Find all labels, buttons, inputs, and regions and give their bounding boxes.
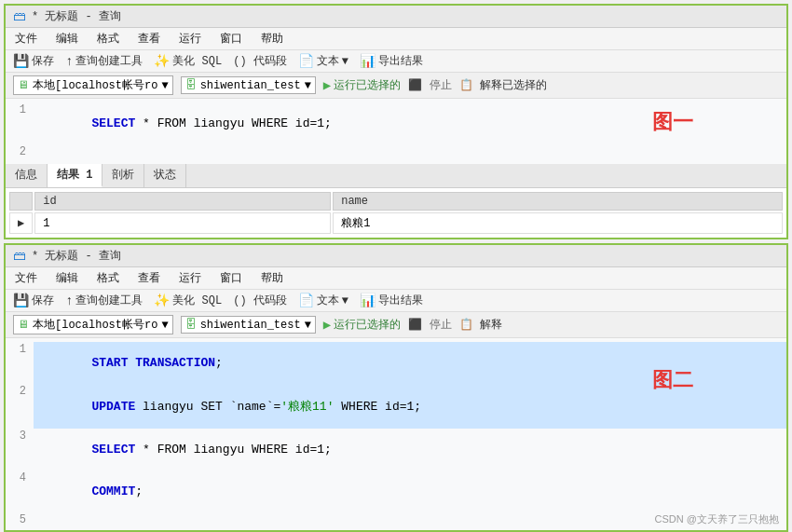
cell-id-1: 1 [34,212,331,234]
export-btn-1[interactable]: 📊 导出结果 [360,53,423,69]
db-icon-1: 🗃 [13,9,26,24]
menu-help-1[interactable]: 帮助 [259,30,285,48]
arrow-col [9,192,33,211]
db-dropdown-1[interactable]: 🗄 shiwentian_test ▼ [181,76,316,94]
code-segment-btn-1[interactable]: () 代码段 [233,53,287,69]
watermark-1: 图一 [652,108,693,136]
menu-bar-1: 文件 编辑 格式 查看 运行 窗口 帮助 [6,28,786,50]
toolbar-1: 💾 保存 ↑ 查询创建工具 ✨ 美化 SQL () 代码段 📄 文本 ▼ 📊 导… [6,50,786,73]
conn-bar-1: 🖥 本地[localhost帐号ro ▼ 🗄 shiwentian_test ▼… [6,73,786,99]
table-row: ▶ 1 粮粮1 [9,212,783,234]
tab-info-1[interactable]: 信息 [6,164,48,187]
stop-icon-2: ⬛ [408,319,422,332]
stop-icon-1: ⬛ [408,79,422,92]
db-icon-conn-1: 🗄 [185,78,197,92]
host-icon-1: 🖥 [18,78,29,92]
beautify-icon-1: ✨ [154,53,170,69]
menu-help-2[interactable]: 帮助 [259,269,285,287]
csdn-credit: CSDN @文天养了三只抱抱 [655,512,779,526]
toolbar-2: 💾 保存 ↑ 查询创建工具 ✨ 美化 SQL () 代码段 📄 文本 ▼ 📊 导… [6,290,786,312]
export-btn-2[interactable]: 📊 导出结果 [360,293,423,308]
menu-window-2[interactable]: 窗口 [218,269,244,287]
title-1: * 无标题 - 查询 [32,8,121,24]
explain-icon-1: 📋 [459,79,473,92]
explain-button-2[interactable]: 📋 解释 [459,317,502,333]
menu-format-1[interactable]: 格式 [95,30,121,48]
menu-window-1[interactable]: 窗口 [218,30,244,48]
stop-button-2[interactable]: ⬛ 停止 [408,317,451,333]
menu-run-1[interactable]: 运行 [177,30,203,48]
menu-bar-2: 文件 编辑 格式 查看 运行 窗口 帮助 [6,267,786,290]
tab-status-1[interactable]: 状态 [144,164,186,187]
db-dropdown-2[interactable]: 🗄 shiwentian_test ▼ [181,316,316,334]
menu-run-2[interactable]: 运行 [177,269,203,287]
code-segment-btn-2[interactable]: () 代码段 [233,293,287,308]
menu-view-2[interactable]: 查看 [136,269,162,287]
menu-format-2[interactable]: 格式 [95,269,121,287]
explain-icon-2: 📋 [459,319,473,332]
code-area-1[interactable]: 1 SELECT * FROM liangyu WHERE id=1; 2 图一 [6,99,786,164]
host-icon-2: 🖥 [18,318,29,332]
menu-file-2[interactable]: 文件 [13,269,39,287]
code-line-2-4: 4 COMMIT; [6,471,786,512]
panel-2: 🗃 * 无标题 - 查询 文件 编辑 格式 查看 运行 窗口 帮助 💾 保存 ↑… [4,243,788,532]
watermark-2: 图二 [652,366,693,394]
explain-button-1[interactable]: 📋 解释已选择的 [459,77,547,93]
menu-file-1[interactable]: 文件 [13,30,39,48]
tab-result-1[interactable]: 结果 1 [48,164,102,187]
host-dropdown-1[interactable]: 🖥 本地[localhost帐号ro ▼ [13,75,173,95]
save-button-2[interactable]: 💾 保存 [13,293,54,308]
text-icon-1: 📄 [298,53,314,69]
export-icon-1: 📊 [360,53,376,69]
code-area-2[interactable]: 1 START TRANSACTION; 2 UPDATE liangyu SE… [6,338,786,530]
save-icon-1: 💾 [13,53,29,69]
result-table-1: id name ▶ 1 粮粮1 [7,190,785,236]
run-button-1[interactable]: ▶ 运行已选择的 [323,77,401,93]
menu-edit-2[interactable]: 编辑 [54,269,80,287]
menu-view-1[interactable]: 查看 [136,30,162,48]
db-icon-conn-2: 🗄 [185,318,197,332]
tab-profile-1[interactable]: 剖析 [102,164,144,187]
save-button-1[interactable]: 💾 保存 [13,53,54,69]
run-button-2[interactable]: ▶ 运行已选择的 [323,317,401,333]
text-icon-2: 📄 [298,293,314,308]
conn-bar-2: 🖥 本地[localhost帐号ro ▼ 🗄 shiwentian_test ▼… [6,312,786,338]
col-id-1: id [34,192,331,211]
beautify-btn-1[interactable]: ✨ 美化 SQL [154,53,222,69]
cell-name-1: 粮粮1 [333,212,783,234]
stop-button-1[interactable]: ⬛ 停止 [408,77,451,93]
title-2: * 无标题 - 查询 [32,248,121,264]
host-dropdown-2[interactable]: 🖥 本地[localhost帐号ro ▼ [13,315,173,334]
save-icon-2: 💾 [13,293,29,308]
export-icon-2: 📊 [360,293,376,308]
text-btn-1[interactable]: 📄 文本 ▼ [298,53,348,69]
result-area-1: id name ▶ 1 粮粮1 [6,188,786,238]
query-tool-btn-2[interactable]: ↑ 查询创建工具 [65,293,143,308]
code-line-1-2: 2 [6,144,786,158]
menu-edit-1[interactable]: 编辑 [54,30,80,48]
panel-1: 🗃 * 无标题 - 查询 文件 编辑 格式 查看 运行 窗口 帮助 💾 保存 ↑… [4,4,788,239]
run-icon-1: ▶ [323,77,331,93]
text-btn-2[interactable]: 📄 文本 ▼ [298,293,348,308]
db-icon-2: 🗃 [13,249,26,264]
beautify-icon-2: ✨ [154,293,170,308]
beautify-btn-2[interactable]: ✨ 美化 SQL [154,293,222,308]
col-name-1: name [333,192,783,211]
title-bar-1: 🗃 * 无标题 - 查询 [6,6,786,28]
result-tabs-1: 信息 结果 1 剖析 状态 [6,164,786,188]
tool-icon-1: ↑ [65,54,73,69]
code-line-2-3: 3 SELECT * FROM liangyu WHERE id=1; [6,429,786,471]
title-bar-2: 🗃 * 无标题 - 查询 [6,245,786,267]
tool-icon-2: ↑ [65,293,73,308]
run-icon-2: ▶ [323,317,331,333]
query-tool-btn-1[interactable]: ↑ 查询创建工具 [65,53,143,69]
